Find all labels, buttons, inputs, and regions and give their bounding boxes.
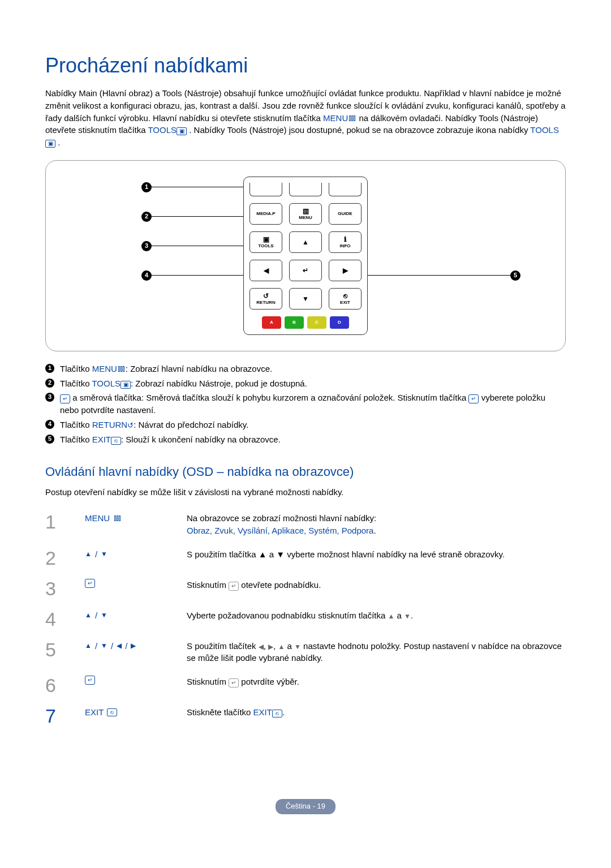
step-number: 2 (45, 548, 74, 568)
step-key: MENU (85, 512, 175, 525)
exit-icon: ⎋ (272, 710, 282, 717)
remote-mediap-button: MEDIA.P (249, 203, 282, 225)
step-row: 3 ↵ Stisknutím ↵ otevřete podnabídku. (45, 573, 566, 604)
menu-icon (117, 366, 126, 372)
page-title: Procházení nabídkami (45, 51, 566, 80)
tools-keyword: TOOLS (148, 125, 177, 135)
page-number-badge: Čeština - 19 (276, 799, 335, 814)
step-row: 7 EXIT⎋ Stiskněte tlačítko EXIT⎋. (45, 701, 566, 731)
exit-icon: ⎋ (107, 708, 117, 716)
up-icon: ▲ (85, 549, 92, 559)
tools-icon: ▣ (121, 381, 131, 389)
remote-right-button: ▶ (329, 260, 362, 281)
step-number: 5 (45, 640, 74, 659)
steps-table: 1 MENU Na obrazovce se zobrazí možnosti … (45, 506, 566, 731)
step-description: S použitím tlačítek ◀, ▶, ▲ a ▼ nastavte… (187, 640, 566, 665)
enter-icon: ↵ (85, 676, 95, 685)
remote-color-a: A (262, 316, 281, 329)
step-key: ▲ / ▼ / ◀ / ▶ (85, 640, 175, 652)
step-row: 1 MENU Na obrazovce se zobrazí možnosti … (45, 506, 566, 543)
tools-icon: ▣ (177, 127, 187, 135)
callout-5: 5 (510, 270, 520, 281)
exit-icon: ⎋ (111, 437, 121, 445)
enter-icon: ↵ (229, 678, 239, 687)
remote-left-button: ◀ (249, 260, 282, 281)
step-description: S použitím tlačítka ▲ a ▼ vyberte možnos… (187, 548, 566, 561)
legend-item: 3 ↵ a směrová tlačítka: Směrová tlačítka… (45, 392, 566, 416)
return-icon: ↺ (127, 421, 134, 429)
enter-icon: ↵ (229, 582, 239, 591)
step-row: 4 ▲ / ▼ Vyberte požadovanou podnabídku s… (45, 604, 566, 634)
step-description: Stisknutím ↵ otevřete podnabídku. (187, 579, 566, 591)
remote-tools-button: ▣TOOLS (249, 231, 282, 253)
step-key: ▲ / ▼ (85, 609, 175, 622)
legend-item: 5 Tlačítko EXIT⎋: Slouží k ukončení nabí… (45, 433, 566, 446)
remote-up-button: ▲ (289, 231, 322, 253)
up-icon: ▲ (85, 611, 92, 620)
callout-3: 3 (141, 241, 152, 251)
step-row: 5 ▲ / ▼ / ◀ / ▶ S použitím tlačítek ◀, ▶… (45, 634, 566, 671)
callout-2: 2 (141, 212, 152, 222)
legend-item: 4 Tlačítko RETURN↺: Návrat do předchozí … (45, 419, 566, 431)
step-description: Vyberte požadovanou podnabídku stisknutí… (187, 609, 566, 622)
remote-color-b: B (285, 316, 304, 329)
menu-icon (113, 515, 122, 521)
callout-legend: 1 Tlačítko MENU: Zobrazí hlavní nabídku … (45, 363, 566, 446)
menu-keyword: MENU (323, 113, 348, 123)
section-intro: Postup otevření nabídky se může lišit v … (45, 486, 566, 499)
remote-down-button: ▼ (289, 288, 322, 310)
remote-body: MEDIA.P ▥MENU GUIDE ▣TOOLS ▲ ℹINFO ◀ ↵ ▶… (243, 177, 368, 335)
remote-button (289, 183, 322, 196)
remote-info-button: ℹINFO (329, 231, 362, 253)
intro-paragraph: Nabídky Main (Hlavní obraz) a Tools (Nás… (45, 87, 566, 149)
remote-button (249, 183, 282, 196)
step-number: 3 (45, 579, 74, 598)
remote-return-button: ↺RETURN (249, 288, 282, 310)
down-icon: ▼ (101, 549, 107, 559)
step-key: EXIT⎋ (85, 706, 175, 719)
remote-diagram: 1 2 3 4 5 MEDIA.P ▥MENU GUIDE ▣TOOLS ▲ ℹ… (45, 160, 566, 351)
callout-1: 1 (141, 182, 152, 192)
legend-item: 1 Tlačítko MENU: Zobrazí hlavní nabídku … (45, 363, 566, 375)
tools-keyword: TOOLS (530, 125, 559, 135)
step-key: ↵ (85, 676, 175, 685)
step-description: Na obrazovce se zobrazí možnosti hlavní … (187, 512, 566, 537)
remote-button (329, 183, 362, 196)
menu-icon (348, 115, 356, 121)
legend-item: 2 Tlačítko TOOLS▣: Zobrazí nabídku Nástr… (45, 377, 566, 390)
remote-color-d: D (330, 316, 349, 329)
enter-icon: ↵ (85, 579, 95, 588)
down-icon: ▼ (101, 611, 107, 620)
page-footer: Čeština - 19 (45, 799, 566, 814)
remote-exit-button: ⎋EXIT (329, 288, 362, 310)
step-number: 7 (45, 706, 74, 725)
enter-icon: ↵ (468, 394, 479, 403)
step-number: 6 (45, 676, 74, 695)
remote-color-c: C (307, 316, 326, 329)
step-number: 1 (45, 512, 74, 531)
tools-icon: ▣ (45, 140, 55, 148)
step-description: Stisknutím ↵ potvrdíte výběr. (187, 676, 566, 688)
remote-menu-button: ▥MENU (289, 203, 322, 225)
step-key: ▲ / ▼ (85, 548, 175, 561)
section-title: Ovládání hlavní nabídky (OSD – nabídka n… (45, 463, 566, 481)
step-key: ↵ (85, 579, 175, 588)
remote-guide-button: GUIDE (329, 203, 362, 225)
enter-icon: ↵ (60, 394, 70, 403)
step-row: 6 ↵ Stisknutím ↵ potvrdíte výběr. (45, 670, 566, 701)
callout-4: 4 (141, 270, 152, 281)
remote-enter-button: ↵ (289, 260, 322, 281)
step-row: 2 ▲ / ▼ S použitím tlačítka ▲ a ▼ vybert… (45, 543, 566, 573)
step-description: Stiskněte tlačítko EXIT⎋. (187, 706, 566, 719)
step-number: 4 (45, 609, 74, 629)
